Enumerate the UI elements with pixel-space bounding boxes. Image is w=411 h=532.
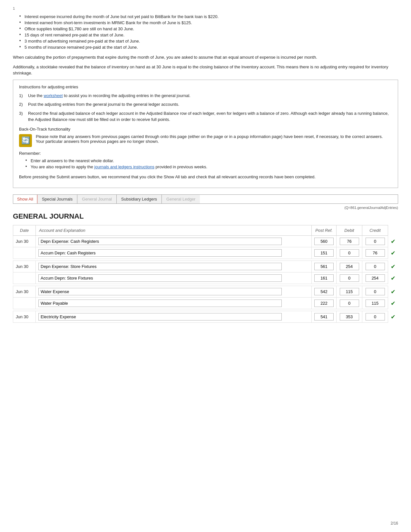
account-input[interactable] [38, 263, 282, 270]
instruction-box-title: Instructions for adjusting entries [19, 84, 392, 89]
check-mark: ✔ [388, 236, 398, 247]
section-title: GENERAL JOURNAL [13, 212, 398, 221]
instruction-text-2: Post the adjusting entries from the gene… [28, 101, 179, 108]
page-number: 2/16 [391, 521, 398, 526]
col-header-credit: Credit [362, 225, 388, 236]
instruction-item-1: 1) Use the worksheet to assist you in re… [19, 93, 392, 99]
cell-post-ref [312, 247, 337, 259]
credit-input[interactable] [366, 313, 385, 320]
instruction-text-3: Record the final adjusted balance of eac… [28, 110, 392, 123]
cell-post-ref [312, 298, 337, 309]
journal-table: Date Account and Explanation Post Ref. D… [13, 225, 398, 323]
bullet-item: Office supplies totalling $1,780 are sti… [19, 26, 398, 32]
tab-special-journals[interactable]: Special Journals [37, 195, 77, 203]
credit-input[interactable] [366, 274, 385, 282]
table-row: ✔ [13, 272, 398, 284]
intro-para1: When calculating the portion of prepayme… [13, 54, 398, 61]
remember-bullet-1: Enter all answers to the nearest whole d… [25, 158, 392, 164]
credit-input[interactable] [366, 300, 385, 307]
instruction-item-2: 2) Post the adjusting entries from the g… [19, 101, 392, 108]
check-mark: ✔ [388, 247, 398, 259]
check-mark: ✔ [388, 311, 398, 323]
back-on-track-title: Back-On-Track functionality [19, 127, 392, 132]
cell-account [36, 272, 312, 284]
cell-account [36, 311, 312, 323]
debit-input[interactable] [340, 274, 359, 282]
cell-post-ref [312, 311, 337, 323]
debit-input[interactable] [340, 263, 359, 270]
tab-general-journal[interactable]: General Journal [77, 195, 117, 203]
cell-debit [337, 261, 362, 272]
post-ref-input[interactable] [314, 274, 334, 282]
credit-input[interactable] [366, 288, 385, 295]
back-on-track-section: Back-On-Track functionality 🔄 Please not… [19, 127, 392, 147]
journals-ledgers-link[interactable]: journals and ledgers instructions [94, 164, 154, 169]
debit-input[interactable] [340, 238, 359, 245]
cell-credit [362, 298, 388, 309]
debit-input[interactable] [340, 313, 359, 320]
post-ref-input[interactable] [314, 313, 334, 320]
cell-post-ref [312, 236, 337, 247]
credit-input[interactable] [366, 249, 385, 257]
cell-account [36, 236, 312, 247]
back-on-track-content: 🔄 Please note that any answers from prev… [19, 134, 392, 147]
cell-account [36, 247, 312, 259]
instruction-item-3: 3) Record the final adjusted balance of … [19, 110, 392, 123]
cell-credit [362, 272, 388, 284]
cell-credit [362, 247, 388, 259]
credit-input[interactable] [366, 238, 385, 245]
table-row: Jun 30 ✔ [13, 261, 398, 272]
table-row: ✔ [13, 247, 398, 259]
account-input[interactable] [38, 274, 282, 282]
worksheet-link[interactable]: worksheet [44, 93, 63, 98]
cell-date [13, 298, 36, 309]
check-mark: ✔ [388, 261, 398, 272]
cell-date [13, 247, 36, 259]
bullet-item: 15 days of rent remained pre-paid at the… [19, 32, 398, 38]
cell-post-ref [312, 272, 337, 284]
cell-debit [337, 286, 362, 298]
account-input[interactable] [38, 313, 282, 320]
tab-general-ledger[interactable]: General Ledger [162, 195, 200, 203]
query-ref: (Q=861.generalJournalAdjEntries) [13, 206, 398, 210]
debit-input[interactable] [340, 300, 359, 307]
account-input[interactable] [38, 300, 282, 307]
intro-bullet-list: Interest expense incurred during the mon… [19, 14, 398, 50]
account-input[interactable] [38, 238, 282, 245]
col-header-debit: Debit [337, 225, 362, 236]
check-mark: ✔ [388, 272, 398, 284]
post-ref-input[interactable] [314, 288, 334, 295]
instruction-box: Instructions for adjusting entries 1) Us… [13, 80, 398, 188]
bullet-item: Interest expense incurred during the mon… [19, 14, 398, 20]
cell-account [36, 298, 312, 309]
instruction-num-3: 3) [19, 110, 25, 123]
cell-credit [362, 236, 388, 247]
table-row: Jun 30 ✔ [13, 311, 398, 323]
post-ref-input[interactable] [314, 263, 334, 270]
tab-subsidiary-ledgers[interactable]: Subsidiary Ledgers [117, 195, 162, 203]
debit-input[interactable] [340, 288, 359, 295]
tab-show-all[interactable]: Show All [13, 195, 37, 203]
instruction-text-1: Use the worksheet to assist you in recor… [28, 93, 191, 99]
post-ref-input[interactable] [314, 238, 334, 245]
cell-debit [337, 247, 362, 259]
cell-date: Jun 30 [13, 236, 36, 247]
remember-title: Remember: [19, 151, 392, 156]
credit-input[interactable] [366, 263, 385, 270]
cell-date: Jun 30 [13, 311, 36, 323]
tabs-bar: Show All Special Journals General Journa… [13, 194, 398, 204]
account-input[interactable] [38, 249, 282, 257]
cell-date: Jun 30 [13, 286, 36, 298]
post-ref-input[interactable] [314, 249, 334, 257]
cell-debit [337, 272, 362, 284]
cell-post-ref [312, 286, 337, 298]
bullet-item: 5 months of insurance remained pre-paid … [19, 44, 398, 50]
post-ref-input[interactable] [314, 300, 334, 307]
table-row: ✔ [13, 298, 398, 309]
debit-input[interactable] [340, 249, 359, 257]
bullet-item: Interest earned from short-term investme… [19, 20, 398, 26]
account-input[interactable] [38, 288, 282, 295]
check-mark: ✔ [388, 286, 398, 298]
cell-credit [362, 286, 388, 298]
cell-debit [337, 311, 362, 323]
